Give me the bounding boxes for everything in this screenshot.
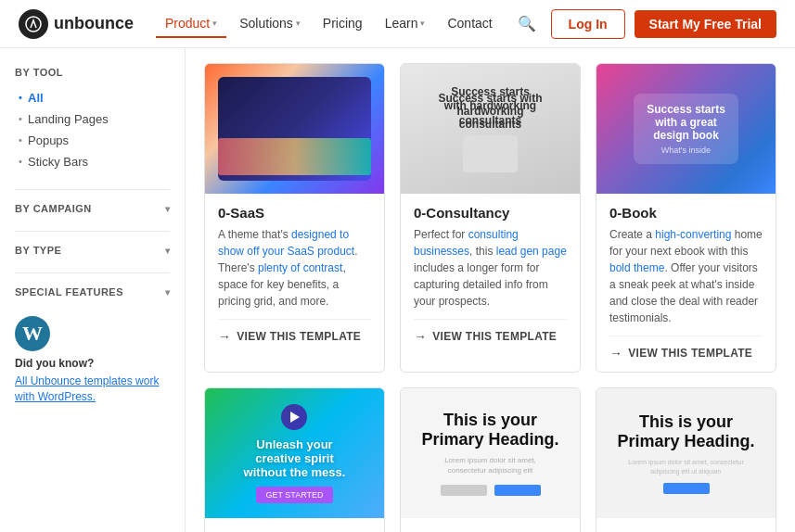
card-creative[interactable]: Unleash yourcreative spiritwithout the m… [204, 387, 385, 532]
nav-item-solutions[interactable]: Solutions ▾ [230, 10, 310, 38]
card-image-book: Success startswith a greatdesign book Wh… [596, 64, 776, 194]
by-type-section: BY TYPE ▾ [15, 245, 170, 256]
wordpress-section: W Did you know? All Unbounce templates w… [15, 316, 170, 405]
chevron-down-icon: ▾ [420, 19, 425, 28]
logo[interactable]: unbounce [19, 9, 134, 39]
by-tool-title: BY TOOL [15, 67, 170, 78]
arrow-icon: → [609, 346, 622, 361]
card-image-primary2: This is yourPrimary Heading. Lorem ipsum… [596, 388, 776, 518]
card-book[interactable]: Success startswith a greatdesign book Wh… [596, 63, 776, 373]
chevron-down-icon: ▾ [165, 287, 171, 298]
divider-3 [15, 272, 170, 273]
card-cta-consultancy[interactable]: → VIEW THIS TEMPLATE [414, 319, 567, 344]
chevron-down-icon: ▾ [296, 19, 301, 28]
sidebar-item-landing-pages[interactable]: Landing Pages [15, 108, 170, 130]
nav-item-product[interactable]: Product ▾ [156, 10, 226, 38]
nav-item-learn[interactable]: Learn ▾ [376, 10, 435, 38]
main-layout: BY TOOL All Landing Pages Popups Sticky … [0, 48, 795, 532]
trial-button[interactable]: Start My Free Trial [635, 10, 776, 38]
tool-list: All Landing Pages Popups Sticky Bars [15, 87, 170, 172]
card-title-book: 0-Book [609, 205, 763, 221]
special-features-section: SPECIAL FEATURES ▾ [15, 286, 170, 298]
card-title-saas: 0-SaaS [218, 205, 371, 221]
card-cta-book[interactable]: → VIEW THIS TEMPLATE [609, 336, 763, 361]
search-button[interactable]: 🔍 [512, 9, 542, 38]
card-body-consultancy: 0-Consultancy Perfect for consulting bus… [401, 194, 580, 355]
did-you-know-label: Did you know? [15, 357, 170, 370]
chevron-down-icon: ▾ [165, 204, 171, 214]
nav-item-pricing[interactable]: Pricing [314, 10, 372, 38]
card-image-creative: Unleash yourcreative spiritwithout the m… [205, 388, 384, 518]
nav-item-contact[interactable]: Contact [438, 10, 501, 38]
card-body-creative: Creative → VIEW THIS TEMPLATE [205, 518, 384, 532]
card-primary1[interactable]: This is yourPrimary Heading. Lorem ipsum… [400, 387, 581, 532]
card-image-saas [205, 64, 384, 194]
sidebar-item-popups[interactable]: Popups [15, 130, 170, 151]
nav-links: Product ▾ Solutions ▾ Pricing Learn ▾ Co… [156, 10, 512, 38]
card-desc-book: Create a high-converting home for your n… [609, 226, 763, 326]
card-desc-consultancy: Perfect for consulting businesses, this … [414, 226, 567, 310]
divider [15, 189, 170, 190]
search-icon: 🔍 [518, 16, 536, 32]
sidebar-item-sticky-bars[interactable]: Sticky Bars [15, 151, 170, 172]
chevron-down-icon: ▾ [212, 19, 217, 28]
cards-grid: 0-SaaS A theme that's designed to show o… [204, 63, 776, 532]
sidebar: BY TOOL All Landing Pages Popups Sticky … [0, 48, 186, 532]
wordpress-icon: W [15, 316, 50, 351]
card-body-primary1: This is your Primary Heading. → VIEW THI… [401, 518, 580, 532]
card-body-primary2: This is your Primary Heading. → VIEW THI… [596, 518, 776, 532]
nav-actions: 🔍 Log In Start My Free Trial [512, 9, 776, 39]
card-image-primary1: This is yourPrimary Heading. Lorem ipsum… [401, 388, 580, 518]
chevron-down-icon: ▾ [165, 246, 171, 256]
card-saas[interactable]: 0-SaaS A theme that's designed to show o… [204, 63, 385, 373]
logo-svg [25, 16, 42, 32]
divider-2 [15, 231, 170, 232]
card-body-saas: 0-SaaS A theme that's designed to show o… [205, 194, 384, 355]
by-tool-section: BY TOOL All Landing Pages Popups Sticky … [15, 67, 170, 172]
card-image-consultancy: Success startswith hardworkingconsultant… [401, 64, 580, 194]
by-campaign-title[interactable]: BY CAMPAIGN ▾ [15, 203, 170, 214]
card-desc-saas: A theme that's designed to show off your… [218, 226, 371, 310]
special-features-title[interactable]: SPECIAL FEATURES ▾ [15, 286, 170, 298]
card-title-consultancy: 0-Consultancy [414, 205, 567, 221]
content-area: 0-SaaS A theme that's designed to show o… [186, 48, 795, 532]
arrow-icon: → [218, 329, 231, 344]
wordpress-link[interactable]: All Unbounce templates work with WordPre… [15, 374, 159, 403]
card-consultancy[interactable]: Success startswith hardworkingconsultant… [400, 63, 581, 373]
arrow-icon: → [414, 329, 427, 344]
card-cta-saas[interactable]: → VIEW THIS TEMPLATE [218, 319, 371, 344]
logo-text: unbounce [54, 14, 134, 33]
card-primary2[interactable]: This is yourPrimary Heading. Lorem ipsum… [596, 387, 776, 532]
logo-icon [19, 9, 48, 39]
by-type-title[interactable]: BY TYPE ▾ [15, 245, 170, 256]
login-button[interactable]: Log In [551, 9, 625, 39]
by-campaign-section: BY CAMPAIGN ▾ [15, 203, 170, 214]
sidebar-item-all[interactable]: All [15, 87, 170, 108]
card-body-book: 0-Book Create a high-converting home for… [596, 194, 776, 372]
navbar: unbounce Product ▾ Solutions ▾ Pricing L… [0, 0, 795, 48]
